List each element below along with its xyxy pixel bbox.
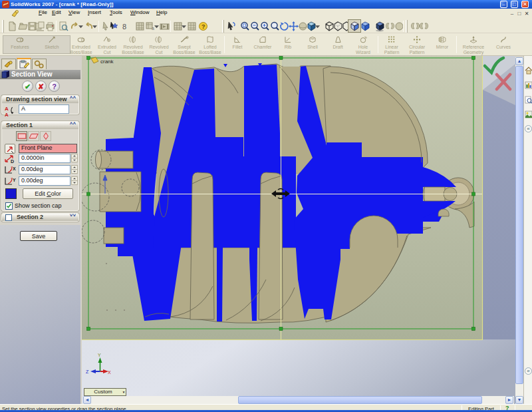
svg-text:Y: Y [98, 353, 101, 357]
svg-text:X: X [13, 166, 16, 171]
svg-text:Y: Y [13, 178, 16, 182]
svg-text:A: A [5, 106, 9, 112]
svg-text:Z: Z [86, 369, 89, 374]
svg-text:X: X [108, 370, 111, 375]
svg-text:crank: crank [100, 59, 114, 65]
svg-text:A: A [5, 112, 9, 117]
svg-text:D: D [11, 159, 14, 164]
svg-text:8: 8 [122, 23, 126, 31]
svg-text:?: ? [201, 23, 205, 30]
